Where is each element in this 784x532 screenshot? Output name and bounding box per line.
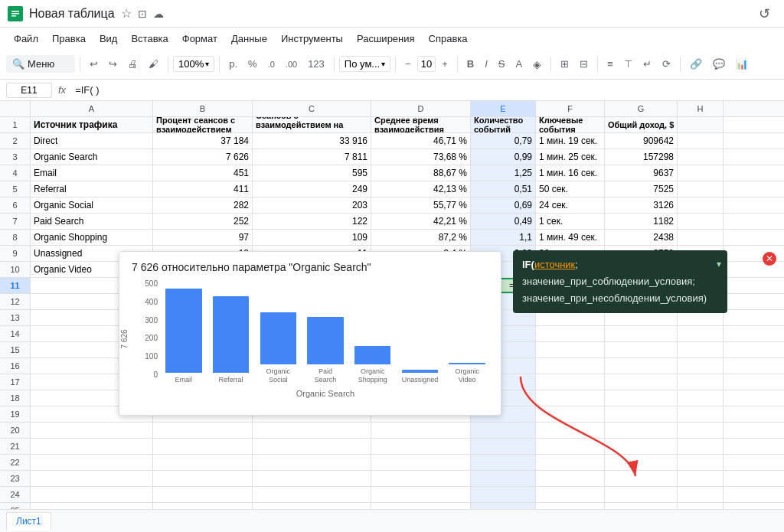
- cell-a7[interactable]: Paid Search: [31, 214, 153, 229]
- font-size-box[interactable]: 10: [417, 56, 436, 72]
- comment-button[interactable]: 💬: [708, 55, 730, 73]
- cell-g8[interactable]: 2438: [605, 230, 678, 245]
- print-button[interactable]: 🖨: [123, 55, 142, 73]
- valign-button[interactable]: ⊤: [619, 55, 637, 73]
- cell-a4[interactable]: Email: [31, 165, 153, 181]
- bold-button[interactable]: B: [462, 55, 479, 73]
- cell-d7[interactable]: 42,21 %: [371, 214, 471, 229]
- cell-a6[interactable]: Organic Social: [31, 197, 153, 213]
- decimal-inc-button[interactable]: .00: [281, 57, 302, 72]
- col-header-e[interactable]: E: [471, 101, 536, 116]
- menu-extensions[interactable]: Расширения: [351, 30, 421, 47]
- cell-c8[interactable]: 109: [253, 230, 371, 245]
- header-sessions-per-user[interactable]: Сеансов с взаимодействием на пользовател…: [253, 117, 371, 132]
- cell-d4[interactable]: 88,67 %: [371, 165, 471, 181]
- menu-data[interactable]: Данные: [225, 30, 273, 47]
- cell-b2[interactable]: 37 184: [153, 133, 253, 149]
- cell-b5[interactable]: 411: [153, 181, 253, 197]
- cell-g5[interactable]: 7525: [605, 181, 678, 197]
- font-size-decrease-button[interactable]: −: [400, 55, 416, 73]
- cell-e4[interactable]: 1,25: [471, 165, 536, 181]
- cell-c2[interactable]: 33 916: [253, 133, 371, 149]
- currency-button[interactable]: р.: [224, 55, 242, 73]
- decimal-dec-button[interactable]: .0: [263, 57, 279, 72]
- cell-g6[interactable]: 3126: [605, 197, 678, 213]
- redo-button[interactable]: ↪: [104, 55, 122, 73]
- header-sessions-pct[interactable]: Процент сеансов с взаимодействием: [153, 117, 253, 132]
- cell-d2[interactable]: 46,71 %: [371, 133, 471, 149]
- header-avg-time[interactable]: Среднее время взаимодействия: [371, 117, 471, 132]
- cell-a5[interactable]: Referral: [31, 181, 153, 197]
- col-header-a[interactable]: A: [31, 101, 153, 116]
- cell-e3[interactable]: 0,99: [471, 149, 536, 165]
- cell-a8[interactable]: Organic Shopping: [31, 230, 153, 245]
- header-events[interactable]: Количество событий: [471, 117, 536, 132]
- cell-c3[interactable]: 7 811: [253, 149, 371, 165]
- cell-b3[interactable]: 7 626: [153, 149, 253, 165]
- cell-b7[interactable]: 252: [153, 214, 253, 229]
- cell-c4[interactable]: 595: [253, 165, 371, 181]
- cell-f6[interactable]: 24 сек.: [536, 197, 605, 213]
- cell-d3[interactable]: 73,68 %: [371, 149, 471, 165]
- menu-help[interactable]: Справка: [423, 30, 474, 47]
- format-123-button[interactable]: 123: [303, 55, 329, 73]
- cell-a3[interactable]: Organic Search: [31, 149, 153, 165]
- col-header-c[interactable]: C: [253, 101, 371, 116]
- undo-button[interactable]: ↩: [85, 55, 103, 73]
- cell-c7[interactable]: 122: [253, 214, 371, 229]
- text-rotate-button[interactable]: ⟳: [658, 55, 675, 73]
- cell-f3[interactable]: 1 мин. 25 сек.: [536, 149, 605, 165]
- cell-g7[interactable]: 1182: [605, 214, 678, 229]
- header-revenue[interactable]: Общий доход, $: [605, 117, 678, 132]
- formula-input[interactable]: =IF( ): [72, 83, 778, 97]
- tooltip-close-button[interactable]: ✕: [763, 252, 776, 266]
- sheet-tab-1[interactable]: Лист1: [6, 512, 51, 530]
- col-header-b[interactable]: B: [153, 101, 253, 116]
- zoom-selector[interactable]: 100% ▾: [173, 56, 214, 72]
- percent-button[interactable]: %: [243, 55, 262, 73]
- font-selector[interactable]: По ум... ▾: [339, 56, 390, 72]
- cell-b4[interactable]: 451: [153, 165, 253, 181]
- text-color-button[interactable]: A: [511, 55, 528, 73]
- strikethrough-button[interactable]: S: [494, 55, 510, 73]
- col-header-h[interactable]: H: [678, 101, 724, 116]
- drive-icon[interactable]: ⊡: [138, 8, 147, 20]
- chart-button[interactable]: 📊: [731, 55, 753, 73]
- cell-d6[interactable]: 55,77 %: [371, 197, 471, 213]
- header-source[interactable]: Источник трафика: [31, 117, 153, 132]
- cell-f5[interactable]: 50 сек.: [536, 181, 605, 197]
- cell-f2[interactable]: 1 мин. 19 сек.: [536, 133, 605, 149]
- cell-reference-input[interactable]: [6, 83, 52, 98]
- header-key-events[interactable]: Ключевые события: [536, 117, 605, 132]
- star-icon[interactable]: ☆: [121, 6, 132, 21]
- cell-c6[interactable]: 203: [253, 197, 371, 213]
- cell-e5[interactable]: 0,51: [471, 181, 536, 197]
- cell-b6[interactable]: 282: [153, 197, 253, 213]
- menu-search-box[interactable]: 🔍 Меню: [6, 55, 75, 73]
- borders-button[interactable]: ⊞: [556, 55, 573, 73]
- menu-file[interactable]: Файл: [8, 30, 44, 47]
- wrap-button[interactable]: ↵: [639, 55, 656, 73]
- cell-g4[interactable]: 9637: [605, 165, 678, 181]
- cell-e7[interactable]: 0,49: [471, 214, 536, 229]
- cell-a2[interactable]: Direct: [31, 133, 153, 149]
- cell-g2[interactable]: 909642: [605, 133, 678, 149]
- menu-tools[interactable]: Инструменты: [275, 30, 349, 47]
- cell-d5[interactable]: 42,13 %: [371, 181, 471, 197]
- history-icon[interactable]: ↺: [759, 5, 770, 22]
- cell-b8[interactable]: 97: [153, 230, 253, 245]
- cell-e2[interactable]: 0,79: [471, 133, 536, 149]
- format-paint-button[interactable]: 🖌: [144, 55, 163, 73]
- cell-c5[interactable]: 249: [253, 181, 371, 197]
- col-header-f[interactable]: F: [536, 101, 605, 116]
- cell-g3[interactable]: 157298: [605, 149, 678, 165]
- cell-f4[interactable]: 1 мин. 16 сек.: [536, 165, 605, 181]
- merge-button[interactable]: ⊟: [575, 55, 593, 73]
- cloud-icon[interactable]: ☁: [153, 8, 164, 20]
- cell-d8[interactable]: 87,2 %: [371, 230, 471, 245]
- menu-insert[interactable]: Вставка: [125, 30, 174, 47]
- link-button[interactable]: 🔗: [685, 55, 707, 73]
- menu-edit[interactable]: Правка: [46, 30, 92, 47]
- font-size-increase-button[interactable]: +: [437, 55, 452, 73]
- col-header-g[interactable]: G: [605, 101, 678, 116]
